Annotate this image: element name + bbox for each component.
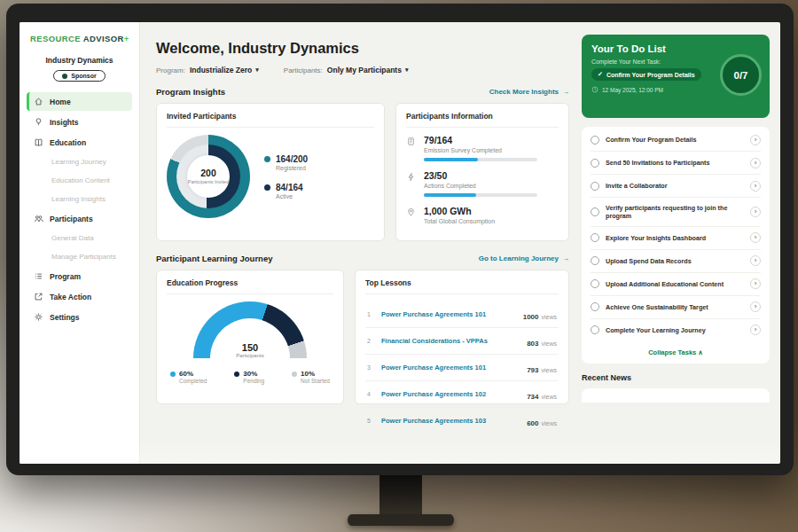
stat-label: Emission Survey Completed bbox=[424, 147, 537, 153]
logo-plus: + bbox=[124, 34, 129, 43]
task-checkbox[interactable] bbox=[591, 325, 599, 334]
sidebar-item-label: Learning Journey bbox=[51, 158, 106, 166]
progress-fill bbox=[424, 158, 478, 161]
chevron-right-icon[interactable]: › bbox=[750, 135, 761, 145]
gauge-center-label: Participants bbox=[193, 353, 307, 358]
sidebar-item-learning-insights[interactable]: Learning Insights bbox=[27, 191, 132, 207]
task-label: Send 50 Invitations to Participants bbox=[606, 159, 744, 167]
legend-value: 84/164 bbox=[276, 183, 303, 192]
stat-value: 79/164 bbox=[424, 135, 537, 145]
task-row[interactable]: Complete Your Learning Journey › bbox=[591, 319, 761, 341]
sidebar-item-education[interactable]: Education bbox=[27, 133, 132, 152]
sponsor-badge: Sponsor bbox=[53, 70, 105, 82]
education-gauge: 150 Participants bbox=[193, 301, 307, 358]
sidebar-item-label: Insights bbox=[50, 118, 79, 127]
task-row[interactable]: Upload Additional Educational Content › bbox=[591, 273, 761, 296]
stat-value: 23/50 bbox=[424, 170, 537, 181]
legend-item-active: 84/164 Active bbox=[264, 183, 308, 200]
task-row[interactable]: Explore Your Insights Dashboard › bbox=[591, 227, 761, 250]
go-to-learning-journey-link[interactable]: Go to Learning Journey → bbox=[479, 254, 569, 262]
task-checkbox[interactable] bbox=[591, 182, 599, 191]
todo-panel: Your To Do List Complete Your Next Task:… bbox=[580, 22, 780, 464]
sidebar-item-label: Manage Participants bbox=[51, 253, 116, 261]
lesson-link[interactable]: Power Purchase Agreements 101 bbox=[381, 310, 516, 318]
stat-global-consumption: 1,000 GWh Total Global Consumption bbox=[406, 206, 559, 224]
people-icon bbox=[34, 214, 43, 223]
chevron-right-icon[interactable]: › bbox=[750, 158, 761, 168]
program-filter-select[interactable]: Industrialize Zero ▾ bbox=[190, 66, 259, 74]
lesson-link[interactable]: Power Purchase Agreements 101 bbox=[381, 364, 520, 372]
task-checkbox[interactable] bbox=[591, 136, 599, 145]
lesson-link[interactable]: Financial Considerations - VPPAs bbox=[381, 337, 520, 345]
lesson-link[interactable]: Power Purchase Agreements 103 bbox=[381, 417, 520, 425]
chevron-right-icon[interactable]: › bbox=[750, 278, 761, 289]
chevron-right-icon[interactable]: › bbox=[750, 207, 761, 217]
program-filter-value: Industrialize Zero bbox=[190, 66, 252, 74]
sidebar-item-learning-journey[interactable]: Learning Journey bbox=[27, 153, 132, 170]
next-task-pill[interactable]: ✓ Confirm Your Program Details bbox=[591, 68, 701, 81]
collapse-tasks-link[interactable]: Collapse Tasks ∧ bbox=[591, 341, 761, 360]
logo-advisor: ADVISOR bbox=[83, 34, 124, 43]
chevron-right-icon[interactable]: › bbox=[750, 301, 761, 312]
task-row[interactable]: Invite a Collaborator › bbox=[591, 175, 761, 198]
task-checkbox[interactable] bbox=[591, 233, 599, 242]
sidebar-item-home[interactable]: Home bbox=[27, 92, 132, 111]
lesson-row: 1 Power Purchase Agreements 101 1000view… bbox=[365, 301, 559, 328]
chevron-right-icon[interactable]: › bbox=[750, 325, 761, 335]
arrow-right-icon: → bbox=[562, 254, 569, 262]
task-label: Upload Spend Data Records bbox=[606, 257, 744, 265]
chevron-right-icon[interactable]: › bbox=[750, 255, 761, 266]
invited-donut-outer: 200 Participants Invited bbox=[167, 135, 250, 218]
sidebar-item-label: Education Content bbox=[51, 176, 110, 184]
education-legend: 60% Completed 30% Pending bbox=[167, 370, 333, 384]
task-row[interactable]: Upload Spend Data Records › bbox=[591, 250, 761, 273]
sidebar-item-participants[interactable]: Participants bbox=[27, 209, 132, 228]
logo-resource: RESOURCE bbox=[30, 34, 81, 43]
sidebar-item-settings[interactable]: Settings bbox=[27, 308, 132, 326]
lesson-link[interactable]: Power Purchase Agreements 102 bbox=[381, 390, 520, 398]
sidebar-item-insights[interactable]: Insights bbox=[27, 113, 132, 131]
chevron-right-icon[interactable]: › bbox=[750, 181, 761, 192]
invited-participants-card: Invited Participants 200 Participants In… bbox=[156, 103, 385, 241]
task-row[interactable]: Achieve One Sustainability Target › bbox=[591, 296, 761, 319]
arrow-out-icon bbox=[34, 292, 43, 301]
sidebar-item-education-content[interactable]: Education Content bbox=[27, 172, 132, 189]
lesson-rank: 3 bbox=[367, 364, 374, 371]
sidebar-item-general-data[interactable]: General Data bbox=[27, 230, 132, 246]
task-checkbox[interactable] bbox=[591, 256, 599, 265]
task-row[interactable]: Confirm Your Program Details › bbox=[591, 129, 761, 152]
lesson-row: 2 Financial Considerations - VPPAs 803vi… bbox=[365, 328, 559, 355]
chevron-down-icon: ▾ bbox=[255, 66, 259, 74]
legend-dot bbox=[170, 372, 176, 377]
section-title: Program Insights bbox=[156, 87, 225, 97]
sidebar-item-label: Program bbox=[50, 272, 81, 281]
participants-filter-select[interactable]: Only My Participants ▾ bbox=[327, 66, 409, 74]
sidebar: RESOURCE ADVISOR+ Industry Dynamics Spon… bbox=[20, 22, 140, 464]
task-row[interactable]: Verify participants requesting to join t… bbox=[591, 198, 761, 227]
legend-value: 10% bbox=[301, 370, 330, 378]
task-checkbox[interactable] bbox=[591, 302, 599, 311]
task-label: Confirm Your Program Details bbox=[606, 136, 744, 144]
task-label: Invite a Collaborator bbox=[606, 182, 744, 190]
sidebar-item-take-action[interactable]: Take Action bbox=[27, 287, 132, 306]
education-progress-card: Education Progress 150 Participants bbox=[156, 270, 344, 404]
task-checkbox[interactable] bbox=[591, 159, 599, 168]
chevron-right-icon[interactable]: › bbox=[750, 232, 761, 243]
check-more-insights-link[interactable]: Check More Insights → bbox=[489, 88, 569, 96]
monitor-frame: RESOURCE ADVISOR+ Industry Dynamics Spon… bbox=[6, 4, 794, 475]
task-row[interactable]: Send 50 Invitations to Participants › bbox=[591, 152, 761, 175]
learning-cards: Education Progress 150 Participants bbox=[156, 270, 569, 404]
sidebar-item-program[interactable]: Program bbox=[27, 267, 132, 286]
lesson-rank: 5 bbox=[367, 418, 374, 424]
card-title: Participants Information bbox=[406, 112, 559, 128]
clock-icon bbox=[591, 86, 598, 93]
filters: Program: Industrialize Zero ▾ Participan… bbox=[156, 66, 569, 74]
legend-dot bbox=[264, 156, 270, 162]
task-checkbox[interactable] bbox=[591, 279, 599, 288]
stat-label: Total Global Consumption bbox=[424, 218, 495, 224]
card-title: Top Lessons bbox=[365, 278, 559, 294]
page-title: Welcome, Industry Dynamics bbox=[156, 40, 569, 57]
sidebar-item-manage-participants[interactable]: Manage Participants bbox=[27, 248, 132, 265]
task-checkbox[interactable] bbox=[591, 207, 599, 216]
progress-fill bbox=[424, 193, 476, 197]
